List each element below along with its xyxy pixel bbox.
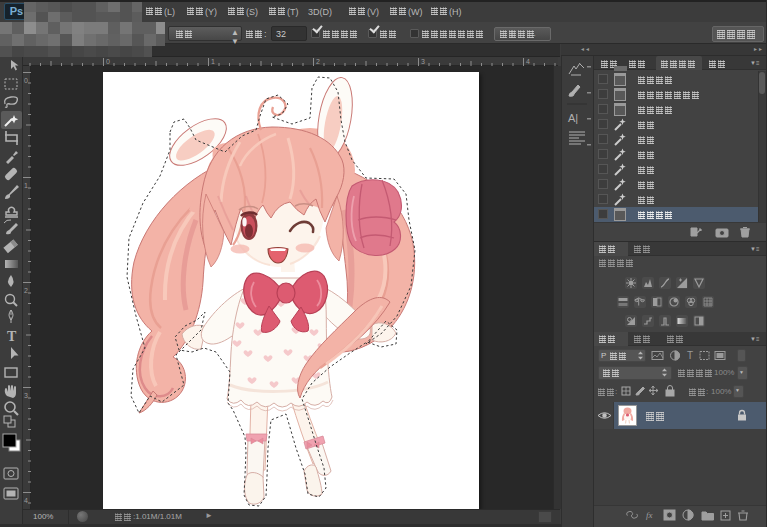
- svg-text:3: 3: [421, 58, 425, 65]
- svg-text:fx: fx: [646, 510, 653, 520]
- svg-text:4: 4: [24, 497, 28, 504]
- svg-text:1: 1: [211, 58, 215, 65]
- svg-text:T: T: [687, 350, 693, 361]
- svg-text:T: T: [7, 329, 17, 344]
- svg-text:3: 3: [24, 392, 28, 399]
- svg-text:A|: A|: [568, 112, 578, 124]
- svg-text:2: 2: [316, 58, 320, 65]
- svg-text:0: 0: [24, 77, 28, 84]
- svg-text:4: 4: [526, 58, 530, 65]
- svg-text:1: 1: [24, 182, 28, 189]
- svg-text:2: 2: [24, 287, 28, 294]
